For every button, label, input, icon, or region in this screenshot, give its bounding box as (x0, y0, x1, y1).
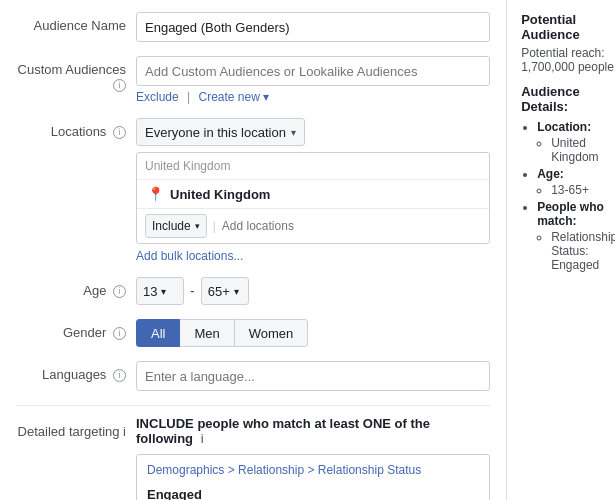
location-name: United Kingdom (170, 187, 270, 202)
include-dropdown[interactable]: Include ▾ (145, 214, 207, 238)
gender-info-icon[interactable]: i (113, 327, 126, 340)
audience-details-title: Audience Details: (521, 84, 615, 114)
sidebar-relationship-value: Relationship Status: Engaged (551, 230, 615, 272)
gender-label: Gender i (16, 319, 136, 340)
sidebar: Potential Audience Potential reach: 1,70… (507, 0, 615, 500)
chevron-down-icon: ▾ (195, 221, 200, 231)
age-info-icon[interactable]: i (113, 285, 126, 298)
detailed-targeting-label: Detailed targeting i (16, 424, 136, 439)
audience-name-input[interactable] (136, 12, 490, 42)
location-label: Location: (537, 120, 591, 134)
custom-audiences-input[interactable] (136, 56, 490, 86)
exclude-link[interactable]: Exclude (136, 90, 179, 104)
detailed-targeting-section: Detailed targeting i INCLUDE people who … (16, 416, 490, 500)
targeting-breadcrumb-link[interactable]: Demographics > Relationship > Relationsh… (147, 463, 421, 477)
detailed-include-text: INCLUDE people who match at least ONE of… (136, 416, 490, 446)
age-label-sidebar: Age: (537, 167, 564, 181)
location-pin-icon: 📍 (147, 186, 164, 202)
sidebar-location-value: United Kingdom (551, 136, 615, 164)
gender-men-button[interactable]: Men (179, 319, 234, 347)
separator: | (187, 90, 190, 104)
people-label: People who match: (537, 200, 604, 228)
gender-button-group: All Men Women (136, 319, 490, 347)
chevron-down-icon: ▾ (234, 286, 239, 297)
chevron-down-icon: ▾ (291, 127, 296, 138)
sidebar-age-sublist: 13-65+ (537, 183, 615, 197)
languages-info-icon[interactable]: i (113, 369, 126, 382)
age-label: Age i (16, 277, 136, 298)
age-dash: - (190, 283, 195, 299)
detailed-targeting-header: Detailed targeting i INCLUDE people who … (16, 416, 490, 446)
chevron-down-icon: ▾ (161, 286, 166, 297)
location-box-header: United Kingdom (137, 153, 489, 180)
detailed-targeting-info-icon[interactable]: i (123, 424, 126, 439)
age-to-dropdown[interactable]: 65+ ▾ (201, 277, 249, 305)
bulk-locations-link[interactable]: Add bulk locations... (136, 249, 243, 263)
location-item: 📍 United Kingdom (137, 180, 489, 208)
age-from-dropdown[interactable]: 13 ▾ (136, 277, 184, 305)
create-new-link[interactable]: Create new ▾ (199, 90, 270, 104)
custom-audiences-info-icon[interactable]: i (113, 79, 126, 92)
sidebar-age-value: 13-65+ (551, 183, 615, 197)
gender-all-button[interactable]: All (136, 319, 180, 347)
languages-input[interactable] (136, 361, 490, 391)
bulk-link-wrap: Add bulk locations... (136, 249, 490, 263)
location-box: United Kingdom 📍 United Kingdom Include … (136, 152, 490, 244)
section-divider (16, 405, 490, 406)
detailed-info-icon2[interactable]: i (201, 431, 204, 446)
sidebar-people-sublist: Relationship Status: Engaged (537, 230, 615, 272)
age-row: 13 ▾ - 65+ ▾ (136, 277, 490, 305)
potential-reach: Potential reach: 1,700,000 people (521, 46, 615, 74)
location-type-dropdown[interactable]: Everyone in this location ▾ (136, 118, 305, 146)
sidebar-people-item: People who match: Relationship Status: E… (537, 200, 615, 272)
add-locations-input[interactable] (222, 214, 481, 238)
sidebar-location-item: Location: United Kingdom (537, 120, 615, 164)
audience-details-list: Location: United Kingdom Age: 13-65+ Peo… (521, 120, 615, 272)
targeting-breadcrumb: Demographics > Relationship > Relationsh… (137, 455, 489, 485)
audience-name-label: Audience Name (16, 12, 136, 33)
location-controls: Include ▾ | (137, 208, 489, 243)
targeting-value: Engaged (137, 485, 489, 500)
potential-audience-title: Potential Audience (521, 12, 615, 42)
locations-label: Locations i (16, 118, 136, 139)
sidebar-location-sublist: United Kingdom (537, 136, 615, 164)
custom-audiences-label: Custom Audiences i (16, 56, 136, 92)
locations-info-icon[interactable]: i (113, 126, 126, 139)
targeting-box: Demographics > Relationship > Relationsh… (136, 454, 490, 500)
sidebar-age-item: Age: 13-65+ (537, 167, 615, 197)
languages-label: Languages i (16, 361, 136, 382)
divider-line: | (213, 219, 216, 233)
gender-women-button[interactable]: Women (234, 319, 309, 347)
